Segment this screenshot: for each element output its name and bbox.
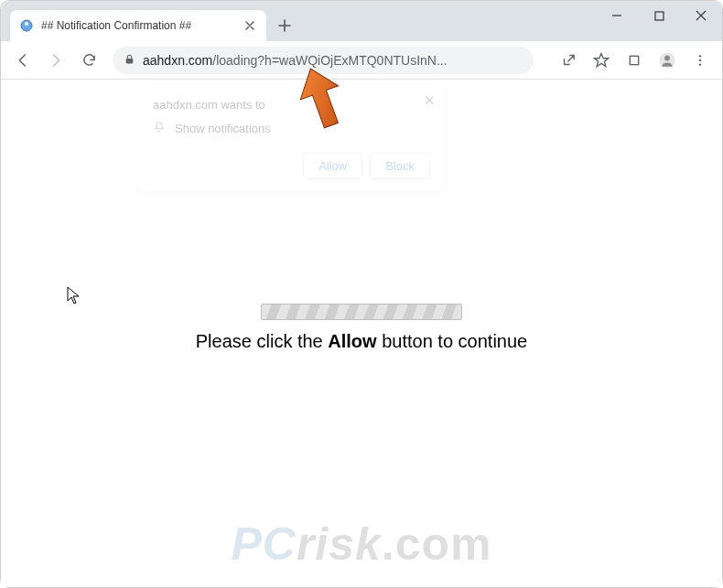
svg-point-6: [664, 55, 670, 60]
page-content: Please click the Allow button to continu…: [1, 304, 722, 352]
instruction-prefix: Please click the: [196, 331, 329, 351]
popup-action-label: Show notifications: [175, 122, 271, 135]
window-controls: [596, 1, 722, 41]
back-button[interactable]: [8, 46, 38, 75]
popup-actions: Allow Block: [153, 153, 430, 179]
bookmark-button[interactable]: [587, 46, 616, 75]
toolbar-right: [554, 46, 715, 75]
tab-close-icon[interactable]: [243, 18, 257, 33]
allow-button[interactable]: Allow: [303, 153, 362, 179]
share-button[interactable]: [554, 46, 583, 75]
notification-permission-popup: ✕ aahdxn.com wants to Show notifications…: [138, 85, 445, 190]
block-button[interactable]: Block: [370, 153, 430, 179]
svg-rect-3: [126, 58, 134, 62]
toolbar: aahdxn.com/loading?h=waWQiOjExMTQ0NTUsIn…: [1, 41, 722, 80]
menu-button[interactable]: [685, 46, 715, 75]
popup-permission-row: Show notifications: [153, 121, 430, 136]
browser-tab[interactable]: ## Notification Confirmation ##: [10, 10, 266, 41]
page-viewport: ✕ aahdxn.com wants to Show notifications…: [1, 80, 722, 587]
minimize-button[interactable]: [596, 1, 638, 30]
instruction-suffix: button to continue: [377, 331, 528, 351]
tab-title: ## Notification Confirmation ##: [41, 19, 235, 32]
maximize-button[interactable]: [638, 1, 680, 30]
progress-bar: [261, 304, 462, 320]
lock-icon: [124, 52, 135, 69]
browser-window: ## Notification Confirmation ##: [0, 0, 723, 588]
svg-rect-2: [655, 12, 664, 20]
svg-point-1: [25, 22, 28, 26]
instruction-bold: Allow: [328, 331, 376, 351]
reload-button[interactable]: [74, 46, 103, 75]
close-window-button[interactable]: [680, 1, 722, 30]
popup-origin-text: aahdxn.com wants to: [153, 98, 430, 112]
forward-button[interactable]: [41, 46, 70, 75]
svg-point-7: [699, 55, 701, 57]
title-bar: ## Notification Confirmation ##: [1, 1, 722, 41]
url-text: aahdxn.com/loading?h=waWQiOjExMTQ0NTUsIn…: [143, 53, 523, 68]
new-tab-button[interactable]: [272, 13, 297, 38]
extensions-button[interactable]: [620, 46, 649, 75]
instruction-text: Please click the Allow button to continu…: [1, 331, 722, 352]
popup-close-icon[interactable]: ✕: [424, 92, 436, 109]
bell-icon: [153, 121, 166, 136]
svg-point-9: [699, 63, 701, 65]
url-domain: aahdxn.com: [143, 53, 212, 68]
svg-rect-4: [630, 56, 638, 64]
url-path: /loading?h=waWQiOjExMTQ0NTUsInN...: [212, 53, 447, 68]
profile-button[interactable]: [653, 46, 682, 75]
address-bar[interactable]: aahdxn.com/loading?h=waWQiOjExMTQ0NTUsIn…: [113, 47, 534, 74]
svg-point-8: [699, 59, 701, 60]
favicon-icon: [19, 18, 34, 33]
